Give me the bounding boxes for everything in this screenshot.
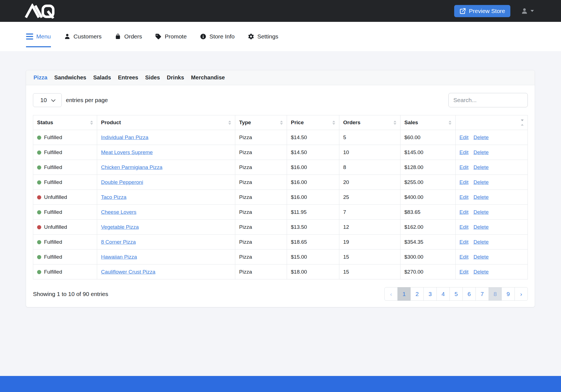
- brand-logo[interactable]: [24, 4, 55, 19]
- pagination-page[interactable]: 5: [449, 287, 463, 301]
- hamburger-icon: [26, 33, 33, 40]
- user-icon: [521, 7, 528, 15]
- status-dot: [37, 270, 41, 274]
- column-header-type[interactable]: Type: [235, 115, 287, 130]
- pagination-next[interactable]: ›: [515, 287, 528, 301]
- pagination-page[interactable]: 2: [410, 287, 424, 301]
- actions-cell: EditDelete: [456, 130, 528, 145]
- delete-link[interactable]: Delete: [474, 179, 489, 185]
- product-link[interactable]: Double Pepperoni: [101, 179, 143, 185]
- table-row: Fulfilled Cheese Lovers Pizza $11.95 7 $…: [33, 205, 528, 220]
- pagination-page[interactable]: 1: [397, 287, 411, 301]
- category-tab[interactable]: Sandwiches: [54, 74, 86, 81]
- pagination-pages: 1 2 3 4 5 6 7: [398, 287, 515, 301]
- orders-cell: 7: [339, 205, 400, 220]
- actions-cell: EditDelete: [456, 175, 528, 190]
- price-cell: $16.00: [287, 175, 339, 190]
- aq-logo-icon: [24, 4, 55, 19]
- sales-cell: $354.35: [400, 235, 456, 250]
- price-cell: $16.00: [287, 190, 339, 205]
- edit-link[interactable]: Edit: [459, 239, 469, 245]
- delete-link[interactable]: Delete: [474, 209, 489, 215]
- pagination-page[interactable]: 3: [423, 287, 437, 301]
- product-link[interactable]: Individual Pan Pizza: [101, 134, 148, 140]
- type-cell: Pizza: [235, 145, 287, 160]
- tag-icon: [155, 33, 162, 40]
- products-table: Status Product Type Price Orders Sales: [33, 115, 528, 279]
- nav-item-menu[interactable]: Menu: [26, 33, 51, 40]
- edit-link[interactable]: Edit: [459, 149, 469, 155]
- orders-cell: 25: [339, 190, 400, 205]
- edit-link[interactable]: Edit: [459, 194, 469, 200]
- entries-value: 10: [40, 97, 47, 103]
- preview-store-button[interactable]: Preview Store: [454, 5, 510, 17]
- delete-link[interactable]: Delete: [474, 194, 489, 200]
- price-cell: $18.00: [287, 264, 339, 279]
- category-tab[interactable]: Pizza: [33, 74, 47, 81]
- edit-link[interactable]: Edit: [459, 254, 469, 260]
- column-header-product[interactable]: Product: [97, 115, 235, 130]
- menu-card: Pizza Sandwiches Salads Entrees Sides Dr…: [26, 70, 535, 307]
- column-header-status[interactable]: Status: [33, 115, 97, 130]
- delete-link[interactable]: Delete: [474, 269, 489, 275]
- pagination-page[interactable]: 8: [488, 287, 502, 301]
- delete-link[interactable]: Delete: [474, 224, 489, 230]
- category-tab[interactable]: Sides: [145, 74, 160, 81]
- product-cell: Chicken Parmigiana Pizza: [97, 160, 235, 175]
- delete-link[interactable]: Delete: [474, 254, 489, 260]
- nav-item-store-info[interactable]: Store Info: [200, 33, 235, 40]
- product-link[interactable]: Cauliflower Crust Pizza: [101, 269, 155, 275]
- column-header-price[interactable]: Price: [287, 115, 339, 130]
- actions-cell: EditDelete: [456, 220, 528, 235]
- nav-item-customers[interactable]: Customers: [64, 33, 102, 40]
- product-link[interactable]: Vegetable Pizza: [101, 224, 139, 230]
- account-menu[interactable]: [521, 7, 534, 15]
- category-tab[interactable]: Salads: [93, 74, 111, 81]
- nav-item-promote[interactable]: Promote: [155, 33, 187, 40]
- pagination-page[interactable]: 4: [436, 287, 450, 301]
- category-tab[interactable]: Merchandise: [191, 74, 225, 81]
- edit-link[interactable]: Edit: [459, 224, 469, 230]
- status-label: Fulfilled: [44, 164, 62, 170]
- column-header-orders[interactable]: Orders: [339, 115, 400, 130]
- delete-link[interactable]: Delete: [474, 134, 489, 140]
- pagination-page[interactable]: 6: [462, 287, 476, 301]
- sales-cell: $83.65: [400, 205, 456, 220]
- product-link[interactable]: Taco Pizza: [101, 194, 126, 200]
- edit-link[interactable]: Edit: [459, 269, 469, 275]
- table-row: Fulfilled Double Pepperoni Pizza $16.00 …: [33, 175, 528, 190]
- delete-link[interactable]: Delete: [474, 164, 489, 170]
- type-cell: Pizza: [235, 190, 287, 205]
- nav-item-orders[interactable]: Orders: [115, 33, 142, 40]
- column-header-actions[interactable]: [456, 115, 528, 130]
- column-header-sales[interactable]: Sales: [400, 115, 456, 130]
- edit-link[interactable]: Edit: [459, 179, 469, 185]
- category-tab[interactable]: Drinks: [167, 74, 184, 81]
- table-row: Fulfilled Hawaiian Pizza Pizza $15.00 15…: [33, 250, 528, 264]
- pagination-prev[interactable]: ‹: [384, 287, 398, 301]
- delete-link[interactable]: Delete: [474, 149, 489, 155]
- entries-select[interactable]: 10: [33, 93, 62, 107]
- edit-link[interactable]: Edit: [459, 164, 469, 170]
- type-cell: Pizza: [235, 220, 287, 235]
- category-tab[interactable]: Entrees: [118, 74, 138, 81]
- search-input[interactable]: [448, 93, 528, 107]
- edit-link[interactable]: Edit: [459, 209, 469, 215]
- orders-cell: 19: [339, 235, 400, 250]
- edit-link[interactable]: Edit: [459, 134, 469, 140]
- sales-cell: $60.00: [400, 130, 456, 145]
- sort-icon: [228, 121, 231, 125]
- product-link[interactable]: Chicken Parmigiana Pizza: [101, 164, 162, 170]
- pagination-page[interactable]: 7: [475, 287, 489, 301]
- orders-cell: 15: [339, 264, 400, 279]
- product-link[interactable]: Hawaiian Pizza: [101, 254, 137, 260]
- delete-link[interactable]: Delete: [474, 239, 489, 245]
- product-link[interactable]: Cheese Lovers: [101, 209, 136, 215]
- product-link[interactable]: Meat Lovers Supreme: [101, 149, 153, 155]
- product-link[interactable]: 8 Corner Pizza: [101, 239, 136, 245]
- nav-item-settings[interactable]: Settings: [248, 33, 278, 40]
- pagination-page[interactable]: 9: [501, 287, 515, 301]
- sort-icon: [90, 121, 93, 125]
- status-dot: [37, 225, 41, 229]
- status-cell: Fulfilled: [33, 264, 97, 279]
